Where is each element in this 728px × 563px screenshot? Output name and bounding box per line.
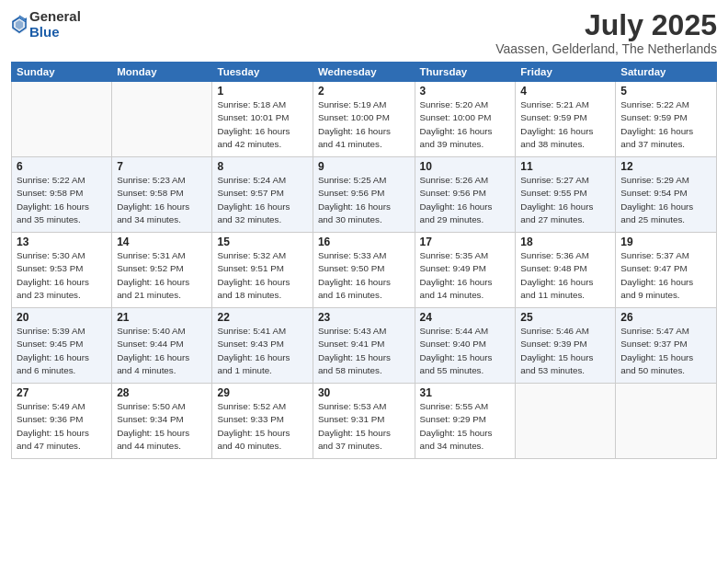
header-thursday: Thursday [415, 63, 516, 82]
logo-general-text: General [29, 9, 81, 25]
calendar-cell: 20Sunrise: 5:39 AM Sunset: 9:45 PM Dayli… [12, 308, 112, 384]
page: General Blue July 2025 Vaassen, Gelderla… [0, 0, 728, 563]
header-wednesday: Wednesday [313, 63, 415, 82]
day-info: Sunrise: 5:44 AM Sunset: 9:40 PM Dayligh… [420, 325, 511, 377]
calendar-cell: 4Sunrise: 5:21 AM Sunset: 9:59 PM Daylig… [516, 82, 616, 157]
day-number: 3 [420, 85, 511, 98]
calendar-table: Sunday Monday Tuesday Wednesday Thursday… [11, 62, 717, 459]
calendar-cell: 1Sunrise: 5:18 AM Sunset: 10:01 PM Dayli… [212, 82, 313, 157]
calendar-cell: 11Sunrise: 5:27 AM Sunset: 9:55 PM Dayli… [516, 157, 616, 233]
calendar-cell: 3Sunrise: 5:20 AM Sunset: 10:00 PM Dayli… [415, 82, 516, 157]
day-number: 26 [620, 311, 711, 324]
day-number: 12 [620, 160, 711, 173]
calendar-cell: 25Sunrise: 5:46 AM Sunset: 9:39 PM Dayli… [516, 308, 616, 384]
day-info: Sunrise: 5:37 AM Sunset: 9:47 PM Dayligh… [620, 249, 711, 302]
month-title: July 2025 [495, 9, 717, 41]
day-number: 27 [17, 386, 107, 399]
day-info: Sunrise: 5:23 AM Sunset: 9:58 PM Dayligh… [117, 174, 207, 226]
day-info: Sunrise: 5:21 AM Sunset: 9:59 PM Dayligh… [520, 98, 610, 151]
day-info: Sunrise: 5:32 AM Sunset: 9:51 PM Dayligh… [217, 249, 307, 302]
day-info: Sunrise: 5:53 AM Sunset: 9:31 PM Dayligh… [318, 400, 410, 453]
calendar-cell: 21Sunrise: 5:40 AM Sunset: 9:44 PM Dayli… [112, 308, 212, 384]
day-number: 30 [318, 386, 410, 399]
calendar-week-3: 20Sunrise: 5:39 AM Sunset: 9:45 PM Dayli… [12, 308, 717, 384]
day-info: Sunrise: 5:31 AM Sunset: 9:52 PM Dayligh… [117, 249, 207, 302]
day-info: Sunrise: 5:22 AM Sunset: 9:58 PM Dayligh… [17, 174, 107, 226]
day-info: Sunrise: 5:55 AM Sunset: 9:29 PM Dayligh… [420, 400, 511, 453]
calendar-cell: 16Sunrise: 5:33 AM Sunset: 9:50 PM Dayli… [313, 233, 415, 308]
calendar-cell: 2Sunrise: 5:19 AM Sunset: 10:00 PM Dayli… [313, 82, 415, 157]
day-number: 8 [217, 160, 307, 173]
calendar-cell: 23Sunrise: 5:43 AM Sunset: 9:41 PM Dayli… [313, 308, 415, 384]
calendar-cell: 15Sunrise: 5:32 AM Sunset: 9:51 PM Dayli… [212, 233, 313, 308]
day-number: 25 [520, 311, 610, 324]
day-number: 2 [318, 85, 410, 98]
calendar-week-1: 6Sunrise: 5:22 AM Sunset: 9:58 PM Daylig… [12, 157, 717, 233]
calendar-cell: 8Sunrise: 5:24 AM Sunset: 9:57 PM Daylig… [212, 157, 313, 233]
calendar-cell: 29Sunrise: 5:52 AM Sunset: 9:33 PM Dayli… [212, 384, 313, 459]
calendar-cell: 5Sunrise: 5:22 AM Sunset: 9:59 PM Daylig… [616, 82, 717, 157]
day-number: 4 [520, 85, 610, 98]
calendar-week-4: 27Sunrise: 5:49 AM Sunset: 9:36 PM Dayli… [12, 384, 717, 459]
header-monday: Monday [112, 63, 212, 82]
day-number: 5 [620, 85, 711, 98]
calendar-cell: 22Sunrise: 5:41 AM Sunset: 9:43 PM Dayli… [212, 308, 313, 384]
day-info: Sunrise: 5:26 AM Sunset: 9:56 PM Dayligh… [420, 174, 511, 226]
calendar-week-2: 13Sunrise: 5:30 AM Sunset: 9:53 PM Dayli… [12, 233, 717, 308]
logo: General Blue [11, 9, 81, 40]
day-info: Sunrise: 5:30 AM Sunset: 9:53 PM Dayligh… [17, 249, 107, 302]
header-row: Sunday Monday Tuesday Wednesday Thursday… [12, 63, 717, 82]
day-number: 15 [217, 236, 307, 248]
day-number: 18 [520, 236, 610, 248]
logo-text: General Blue [29, 9, 81, 40]
logo-icon [11, 15, 28, 35]
day-info: Sunrise: 5:47 AM Sunset: 9:37 PM Dayligh… [620, 325, 711, 377]
day-info: Sunrise: 5:41 AM Sunset: 9:43 PM Dayligh… [217, 325, 307, 377]
calendar-cell: 10Sunrise: 5:26 AM Sunset: 9:56 PM Dayli… [415, 157, 516, 233]
calendar-cell [12, 82, 112, 157]
day-number: 29 [217, 386, 307, 399]
calendar-cell: 12Sunrise: 5:29 AM Sunset: 9:54 PM Dayli… [616, 157, 717, 233]
day-number: 24 [420, 311, 511, 324]
day-info: Sunrise: 5:43 AM Sunset: 9:41 PM Dayligh… [318, 325, 410, 377]
calendar-cell [616, 384, 717, 459]
calendar-cell: 28Sunrise: 5:50 AM Sunset: 9:34 PM Dayli… [112, 384, 212, 459]
header-friday: Friday [516, 63, 616, 82]
header: General Blue July 2025 Vaassen, Gelderla… [11, 9, 717, 56]
calendar-cell [516, 384, 616, 459]
day-info: Sunrise: 5:35 AM Sunset: 9:49 PM Dayligh… [420, 249, 511, 302]
day-info: Sunrise: 5:46 AM Sunset: 9:39 PM Dayligh… [520, 325, 610, 377]
day-info: Sunrise: 5:25 AM Sunset: 9:56 PM Dayligh… [318, 174, 410, 226]
title-block: July 2025 Vaassen, Gelderland, The Nethe… [495, 9, 717, 56]
day-info: Sunrise: 5:39 AM Sunset: 9:45 PM Dayligh… [17, 325, 107, 377]
day-number: 19 [620, 236, 711, 248]
calendar-cell: 30Sunrise: 5:53 AM Sunset: 9:31 PM Dayli… [313, 384, 415, 459]
day-info: Sunrise: 5:27 AM Sunset: 9:55 PM Dayligh… [520, 174, 610, 226]
location-subtitle: Vaassen, Gelderland, The Netherlands [495, 41, 717, 56]
day-info: Sunrise: 5:20 AM Sunset: 10:00 PM Daylig… [420, 98, 511, 151]
calendar-cell: 14Sunrise: 5:31 AM Sunset: 9:52 PM Dayli… [112, 233, 212, 308]
day-info: Sunrise: 5:22 AM Sunset: 9:59 PM Dayligh… [620, 98, 711, 151]
day-info: Sunrise: 5:18 AM Sunset: 10:01 PM Daylig… [217, 98, 307, 151]
day-number: 6 [17, 160, 107, 173]
day-number: 11 [520, 160, 610, 173]
day-info: Sunrise: 5:24 AM Sunset: 9:57 PM Dayligh… [217, 174, 307, 226]
calendar-cell: 13Sunrise: 5:30 AM Sunset: 9:53 PM Dayli… [12, 233, 112, 308]
day-info: Sunrise: 5:33 AM Sunset: 9:50 PM Dayligh… [318, 249, 410, 302]
day-info: Sunrise: 5:52 AM Sunset: 9:33 PM Dayligh… [217, 400, 307, 453]
header-sunday: Sunday [12, 63, 112, 82]
day-info: Sunrise: 5:36 AM Sunset: 9:48 PM Dayligh… [520, 249, 610, 302]
calendar-cell: 31Sunrise: 5:55 AM Sunset: 9:29 PM Dayli… [415, 384, 516, 459]
day-info: Sunrise: 5:29 AM Sunset: 9:54 PM Dayligh… [620, 174, 711, 226]
calendar-cell: 17Sunrise: 5:35 AM Sunset: 9:49 PM Dayli… [415, 233, 516, 308]
calendar-cell: 24Sunrise: 5:44 AM Sunset: 9:40 PM Dayli… [415, 308, 516, 384]
day-number: 1 [217, 85, 307, 98]
calendar-cell [112, 82, 212, 157]
day-number: 10 [420, 160, 511, 173]
day-number: 23 [318, 311, 410, 324]
day-number: 14 [117, 236, 207, 248]
calendar-cell: 7Sunrise: 5:23 AM Sunset: 9:58 PM Daylig… [112, 157, 212, 233]
day-number: 9 [318, 160, 410, 173]
day-number: 7 [117, 160, 207, 173]
day-number: 20 [17, 311, 107, 324]
